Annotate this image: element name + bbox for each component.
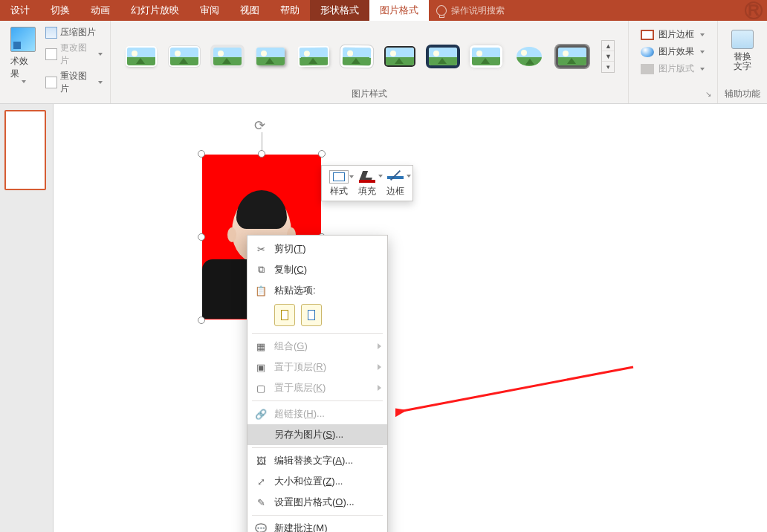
picture-styles-gallery: ▲ ▼ ▾ [117,36,622,73]
style-thumb-10[interactable] [512,44,546,69]
ribbon-tabs: 设计 切换 动画 幻灯片放映 审阅 视图 帮助 形状格式 图片格式 操作说明搜索… [0,0,767,21]
ctx-size-and-position[interactable]: ⤢ 大小和位置(Z)... [247,471,387,492]
hyperlink-icon: 🔗 [253,407,268,421]
separator [252,333,383,334]
picture-border-button[interactable]: 图片边框 [641,28,705,41]
tab-slideshow[interactable]: 幻灯片放映 [120,0,190,21]
style-thumb-5[interactable] [297,44,331,69]
resize-handle-tr[interactable] [318,150,326,158]
style-thumb-6[interactable] [340,44,374,69]
tell-me-search[interactable]: 操作说明搜索 [429,0,512,21]
style-thumb-4[interactable] [253,44,288,69]
gallery-scroll: ▲ ▼ ▾ [601,40,615,73]
change-picture-icon [45,48,57,60]
mini-fill-button[interactable]: 填充 [357,170,377,198]
style-thumb-11[interactable] [555,44,589,69]
mini-toolbar: 样式 填充 边框 [321,165,413,201]
mini-style-icon [329,170,349,184]
ctx-cut[interactable]: ✂ 剪切(T) [247,239,387,259]
resize-handle-l[interactable] [198,233,205,241]
alt-text-label-2: 文字 [734,61,751,71]
rotation-handle[interactable]: ⟳ [254,117,269,132]
ctx-group: ▦ 组合(G) [247,336,387,357]
style-thumb-9[interactable] [469,44,503,69]
ctx-edit-alt-text[interactable]: 🖼 编辑替换文字(A)... [247,450,387,471]
gallery-expand[interactable]: ▾ [602,62,614,72]
tab-transitions[interactable]: 切换 [40,0,80,21]
mini-border-label: 边框 [386,185,404,198]
rotation-connector [262,132,262,150]
mini-border-icon [386,170,405,184]
paste-option-picture[interactable] [301,304,322,326]
tab-animations[interactable]: 动画 [80,0,120,21]
change-picture-button[interactable]: 更改图片 [44,41,105,68]
group-icon: ▦ [253,340,268,353]
mini-border-button[interactable]: 边框 [386,170,405,198]
resize-handle-t[interactable] [258,150,265,158]
slide-canvas[interactable]: ⟳ [54,104,767,532]
gallery-scroll-down[interactable]: ▼ [602,51,614,62]
tab-design[interactable]: 设计 [0,0,40,21]
gallery-scroll-up[interactable]: ▲ [602,41,614,51]
picture-effects-button[interactable]: 图片效果 [641,45,705,58]
tab-review[interactable]: 审阅 [190,0,230,21]
separator [252,400,383,401]
ctx-send-to-back: ▢ 置于底层(K) [247,377,387,398]
ribbon: 术效果 压缩图片 更改图片 重设图片 [0,21,767,104]
picture-layout-icon [641,64,654,74]
tab-view[interactable]: 视图 [230,0,270,21]
dropdown-icon [98,81,103,84]
alt-text-icon [731,30,754,49]
resize-handle-tl[interactable] [198,150,205,158]
tab-picture-format[interactable]: 图片格式 [369,0,429,21]
bring-front-icon: ▣ [253,360,268,374]
group-accessibility: 替换 文字 辅助功能 [718,21,767,103]
slide-thumbnail-1[interactable] [4,110,46,190]
ctx-paste-options-header: 📋 粘贴选项: [247,280,387,301]
alt-text-label-1: 替换 [734,51,751,62]
submenu-arrow-icon [378,364,381,370]
style-thumb-8[interactable] [426,44,460,69]
tab-shape-format[interactable]: 形状格式 [310,0,369,21]
compress-icon [45,27,57,39]
svg-line-0 [403,367,633,411]
slide-thumbnails-pane[interactable] [0,104,54,532]
artistic-effects-label: 术效果 [10,55,36,80]
artistic-effects-icon[interactable] [10,27,36,52]
reset-picture-button[interactable]: 重设图片 [44,69,105,96]
style-thumb-2[interactable] [167,44,201,69]
tab-help[interactable]: 帮助 [270,0,310,21]
mini-style-button[interactable]: 样式 [329,170,349,198]
ctx-format-picture[interactable]: ✎ 设置图片格式(O)... [247,492,387,513]
edit-alt-text-icon: 🖼 [253,454,268,467]
ctx-copy[interactable]: ⧉ 复制(C) [247,259,387,280]
new-comment-icon: 💬 [253,522,268,532]
picture-border-icon [641,30,654,40]
paste-option-keep-source[interactable] [274,304,295,326]
tell-me-label: 操作说明搜索 [451,4,505,17]
dropdown-icon [378,175,383,178]
alt-text-button[interactable]: 替换 文字 [724,24,761,71]
style-thumb-3[interactable] [210,44,245,69]
copy-icon: ⧉ [253,263,268,276]
app-logo-icon: R [745,1,763,19]
dropdown-icon [700,51,705,53]
separator [252,515,383,516]
group-label-styles: 图片样式 [117,85,622,102]
context-menu: ✂ 剪切(T) ⧉ 复制(C) 📋 粘贴选项: ▦ 组合(G) [247,235,388,532]
dropdown-icon [22,80,26,83]
compress-pictures-button[interactable]: 压缩图片 [44,25,105,39]
dropdown-icon [700,68,705,71]
submenu-arrow-icon [378,343,381,349]
cut-icon: ✂ [253,242,268,256]
ctx-save-as-picture[interactable]: 另存为图片(S)... [247,424,387,445]
style-thumb-7[interactable] [383,44,417,69]
picture-layout-label: 图片版式 [658,62,694,75]
lightbulb-icon [436,5,447,16]
ctx-new-comment[interactable]: 💬 新建批注(M) [247,518,387,532]
resize-handle-bl[interactable] [198,317,205,324]
mini-fill-label: 填充 [358,185,376,198]
group-label-accessibility: 辅助功能 [724,85,761,102]
style-thumb-1[interactable] [124,44,158,69]
group-picture-options: 图片边框 图片效果 图片版式 ↘ [629,21,718,103]
